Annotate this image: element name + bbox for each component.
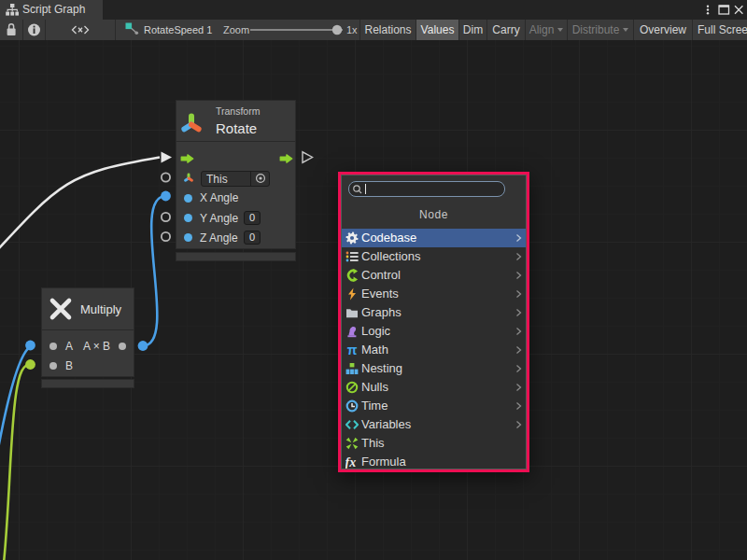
svg-text:fx: fx: [345, 455, 356, 469]
svg-text:π: π: [347, 343, 358, 357]
svg-text:1x: 1x: [346, 24, 358, 35]
